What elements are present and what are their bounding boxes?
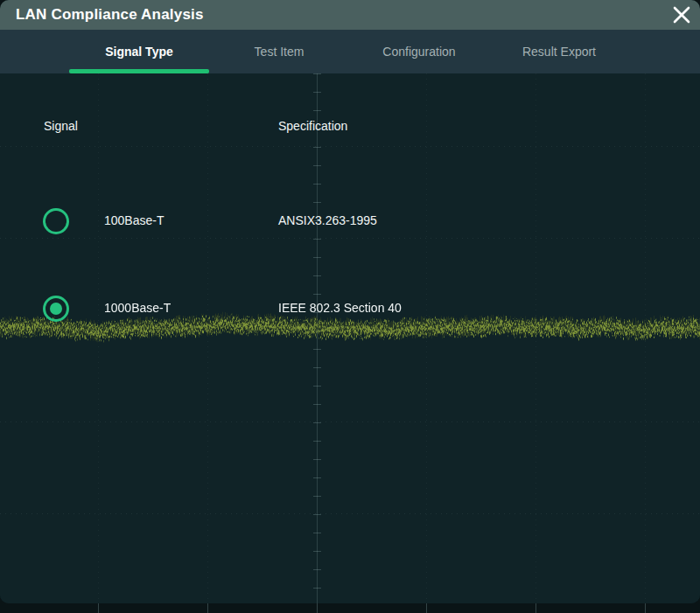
tab-label: Result Export: [522, 45, 596, 59]
oscilloscope-screen: LAN Compliance Analysis Signal Type Test…: [0, 0, 700, 613]
radio-100base-t[interactable]: [43, 208, 69, 234]
tab-result-export[interactable]: Result Export: [489, 30, 629, 73]
lan-compliance-dialog: LAN Compliance Analysis Signal Type Test…: [0, 0, 700, 603]
close-icon: [672, 5, 691, 24]
tab-configuration[interactable]: Configuration: [349, 30, 489, 73]
signal-row-100base-t[interactable]: 100Base-T ANSIX3.263-1995: [0, 208, 700, 234]
graticule-stub: [645, 603, 646, 613]
graticule-stub: [207, 603, 208, 613]
signal-type-panel: Signal Specification 100Base-T ANSIX3.26…: [0, 73, 700, 603]
signal-specification: IEEE 802.3 Section 40: [278, 301, 402, 315]
graticule-stub: [317, 603, 318, 613]
signal-row-1000base-t[interactable]: 1000Base-T IEEE 802.3 Section 40: [0, 296, 700, 322]
graticule-hline: [0, 421, 700, 422]
graticule-stub: [426, 603, 427, 613]
radio-1000base-t[interactable]: [43, 296, 69, 322]
column-header-signal: Signal: [44, 119, 78, 133]
signal-specification: ANSIX3.263-1995: [278, 213, 377, 227]
graticule-stub: [98, 603, 99, 613]
graticule-hline: [0, 238, 700, 239]
tab-label: Signal Type: [105, 45, 173, 59]
signal-name: 100Base-T: [104, 213, 164, 227]
graticule-stub: [536, 603, 536, 613]
graticule-hline: [0, 513, 700, 514]
tab-label: Test Item: [255, 45, 304, 59]
close-button[interactable]: [668, 3, 695, 27]
dialog-titlebar: LAN Compliance Analysis: [0, 0, 700, 30]
dialog-title: LAN Compliance Analysis: [0, 6, 204, 24]
column-header-specification: Specification: [278, 119, 347, 133]
graticule-hline: [0, 146, 700, 147]
tab-signal-type[interactable]: Signal Type: [69, 30, 209, 73]
tab-label: Configuration: [382, 45, 455, 59]
tab-test-item[interactable]: Test Item: [209, 30, 349, 73]
signal-name: 1000Base-T: [104, 301, 171, 315]
tab-bar: Signal Type Test Item Configuration Resu…: [0, 30, 700, 73]
